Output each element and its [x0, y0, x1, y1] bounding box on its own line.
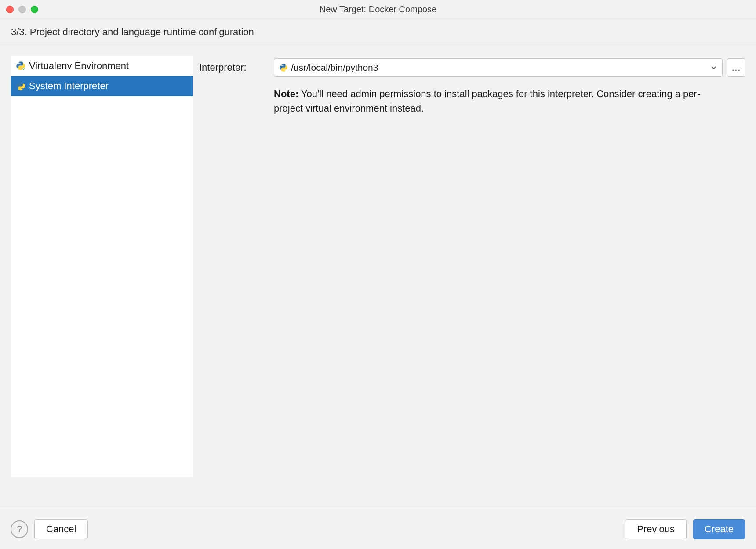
- interpreter-label: Interpreter:: [199, 62, 269, 73]
- step-subtitle: 3/3. Project directory and language runt…: [0, 19, 756, 45]
- browse-interpreter-button[interactable]: ...: [727, 58, 745, 77]
- title-bar: New Target: Docker Compose: [0, 0, 756, 19]
- interpreter-combobox[interactable]: /usr/local/bin/python3: [274, 58, 723, 77]
- sidebar-item-virtualenv[interactable]: v Virtualenv Environment: [11, 56, 193, 76]
- maximize-window-button[interactable]: [31, 6, 38, 13]
- python-icon: v: [16, 61, 25, 71]
- previous-button[interactable]: Previous: [625, 519, 687, 539]
- create-button[interactable]: Create: [693, 519, 745, 539]
- note-prefix: Note:: [274, 88, 298, 99]
- right-panel: Interpreter: /usr/local/bin/python3 ... …: [199, 56, 745, 509]
- traffic-lights: [6, 6, 38, 13]
- minimize-window-button[interactable]: [18, 6, 26, 13]
- note-text: You'll need admin permissions to install…: [274, 88, 700, 114]
- cancel-button[interactable]: Cancel: [34, 519, 88, 539]
- main-area: v Virtualenv Environment System Interpre…: [0, 45, 756, 509]
- sidebar-item-system-interpreter[interactable]: System Interpreter: [11, 76, 193, 96]
- window-title: New Target: Docker Compose: [0, 4, 756, 14]
- admin-note: Note: You'll need admin permissions to i…: [274, 87, 722, 116]
- help-button[interactable]: ?: [11, 520, 28, 538]
- close-window-button[interactable]: [6, 6, 14, 13]
- svg-text:v: v: [22, 67, 25, 71]
- python-icon: [16, 81, 25, 91]
- interpreter-value: /usr/local/bin/python3: [291, 62, 707, 73]
- chevron-down-icon: [710, 64, 718, 72]
- sidebar-item-label: Virtualenv Environment: [29, 60, 129, 72]
- interpreter-row: Interpreter: /usr/local/bin/python3 ...: [199, 58, 745, 77]
- python-icon: [279, 63, 288, 72]
- sidebar-item-label: System Interpreter: [29, 80, 109, 92]
- bottom-bar: ? Cancel Previous Create: [0, 509, 756, 549]
- interpreter-type-list: v Virtualenv Environment System Interpre…: [11, 56, 193, 477]
